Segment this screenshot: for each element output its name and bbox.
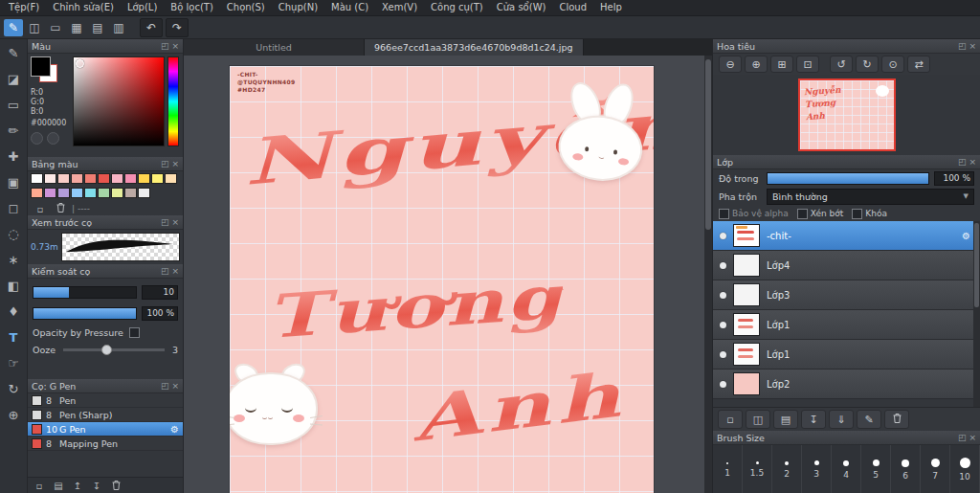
- hue-slider[interactable]: [167, 56, 179, 146]
- palette-swatch-10[interactable]: [165, 173, 177, 184]
- brush-row-0[interactable]: 8Pen: [28, 393, 183, 408]
- palette-swatch-7[interactable]: [124, 173, 137, 184]
- close-icon[interactable]: ×: [171, 266, 179, 276]
- layer-row-1[interactable]: Lớp4: [713, 251, 980, 280]
- ruler-button[interactable]: ▤: [88, 19, 107, 36]
- swap-colors-button[interactable]: [47, 132, 59, 145]
- add-swatch-button[interactable]: ▫: [32, 202, 49, 215]
- delete-brush-button[interactable]: [107, 480, 124, 493]
- popout-icon[interactable]: ◰: [161, 159, 169, 168]
- layer-opacity-slider[interactable]: [767, 172, 929, 185]
- brush-tool-button[interactable]: ✏: [2, 119, 25, 142]
- brush-up-button[interactable]: ↥: [69, 480, 86, 493]
- brush-row-1[interactable]: 8Pen (Sharp): [28, 408, 183, 422]
- brush-size-value[interactable]: 10: [142, 285, 178, 300]
- layer-visibility-icon[interactable]: [720, 233, 726, 239]
- popout-icon[interactable]: ◰: [161, 217, 169, 227]
- brush-size-option-4[interactable]: 4: [832, 445, 861, 493]
- reset-rotation-button[interactable]: ⊙: [881, 56, 904, 73]
- layer-row-0[interactable]: -chit-⚙: [713, 221, 980, 251]
- marquee-tool-button[interactable]: ◻: [2, 196, 25, 219]
- ooze-slider-handle[interactable]: [101, 345, 112, 355]
- canvas-viewport[interactable]: -CHIT- @TUQUYNHN409 #HD247 Nguyễn Tương …: [184, 56, 712, 493]
- zoom-tool-button[interactable]: ⊕: [2, 403, 25, 426]
- shape-tool-button[interactable]: ▭: [2, 93, 25, 116]
- brush-size-slider[interactable]: [33, 286, 137, 299]
- text-tool-button[interactable]: T: [2, 325, 25, 348]
- menu-item-8[interactable]: Công cụ(T): [424, 0, 490, 15]
- fit-window-button[interactable]: ⊞: [770, 56, 793, 73]
- move-tool-button[interactable]: ✚: [2, 145, 25, 168]
- lasso-tool-button[interactable]: ◌: [2, 222, 25, 245]
- canvas-vertical-scrollbar[interactable]: [704, 56, 712, 493]
- layer-list-scrollbar[interactable]: [973, 221, 980, 407]
- layer-option-0[interactable]: Bảo vệ alpha: [719, 209, 789, 219]
- brush-down-button[interactable]: ↧: [88, 480, 105, 493]
- ooze-slider[interactable]: [63, 348, 165, 351]
- layer-row-2[interactable]: Lớp3: [713, 280, 980, 310]
- palette-swatch-5[interactable]: [98, 173, 110, 184]
- foreground-color-swatch[interactable]: [31, 56, 59, 83]
- brush-size-option-5[interactable]: 5: [861, 445, 891, 493]
- menu-item-11[interactable]: Help: [593, 0, 629, 15]
- color-cursor[interactable]: [76, 59, 84, 68]
- brush-size-option-2[interactable]: 2: [772, 445, 802, 493]
- palette-swatch-17[interactable]: [111, 188, 123, 198]
- hand-tool-button[interactable]: ☞: [2, 351, 25, 374]
- brush-size-option-1[interactable]: 1: [713, 445, 743, 493]
- select-rect-tool-button[interactable]: ▣: [2, 170, 25, 193]
- popout-icon[interactable]: ◰: [161, 266, 169, 276]
- duplicate-layer-button[interactable]: ◫: [746, 410, 770, 429]
- close-icon[interactable]: ×: [171, 41, 179, 51]
- menu-item-2[interactable]: Lớp(L): [121, 0, 164, 15]
- brush-folder-button[interactable]: ▤: [50, 480, 67, 493]
- layer-visibility-icon[interactable]: [720, 381, 726, 388]
- palette-swatch-11[interactable]: [31, 188, 43, 198]
- saturation-value-picker[interactable]: [73, 56, 165, 146]
- palette-swatch-12[interactable]: [44, 188, 56, 198]
- pen-tool-button[interactable]: ✎: [2, 41, 25, 64]
- grid-toggle-button[interactable]: ▦: [67, 19, 86, 36]
- palette-swatch-1[interactable]: [44, 173, 56, 184]
- canvas-tab-0[interactable]: Untitled: [184, 39, 365, 56]
- add-folder-button[interactable]: ▤: [773, 410, 798, 429]
- palette-swatch-4[interactable]: [84, 173, 97, 184]
- palette-swatch-14[interactable]: [71, 188, 83, 198]
- menu-item-1[interactable]: Chỉnh sửa(E): [46, 0, 121, 15]
- popout-icon[interactable]: ◰: [161, 381, 169, 391]
- brush-opacity-value[interactable]: 100 %: [142, 306, 178, 321]
- rotate-view-tool-button[interactable]: ↻: [2, 377, 25, 400]
- layer-opacity-value[interactable]: 100 %: [934, 171, 974, 186]
- menu-item-6[interactable]: Màu (C): [324, 0, 375, 15]
- bucket-tool-button[interactable]: ◧: [2, 274, 25, 297]
- navigator-thumbnail[interactable]: Nguyễn Tương Anh: [798, 78, 896, 151]
- brush-row-3[interactable]: 8Mapping Pen: [28, 437, 183, 451]
- magic-wand-tool-button[interactable]: ∗: [2, 248, 25, 271]
- canvas-tab-1[interactable]: 966ee7ccd1aa3873d6e4670b9d8d1c24.jpg: [365, 39, 584, 56]
- popout-icon[interactable]: ◰: [958, 433, 967, 442]
- scrollbar-thumb[interactable]: [974, 223, 979, 307]
- actual-size-button[interactable]: ⊡: [796, 56, 819, 73]
- layer-settings-icon[interactable]: ⚙: [962, 231, 970, 241]
- layer-row-4[interactable]: Lớp1: [713, 340, 980, 370]
- layer-visibility-icon[interactable]: [720, 322, 726, 328]
- clipboard-button[interactable]: ◫: [25, 19, 44, 36]
- palette-swatch-19[interactable]: [138, 188, 150, 198]
- palette-swatch-3[interactable]: [71, 173, 83, 184]
- redo-button[interactable]: ↷: [166, 18, 189, 37]
- delete-layer-button[interactable]: [884, 410, 909, 429]
- transfer-down-button[interactable]: ↧: [801, 410, 826, 429]
- selection-button[interactable]: ▭: [46, 19, 65, 36]
- palette-swatch-8[interactable]: [138, 173, 150, 184]
- rename-layer-button[interactable]: ✎: [857, 410, 881, 429]
- menu-item-3[interactable]: Bộ lọc(T): [164, 0, 219, 15]
- layer-visibility-icon[interactable]: [720, 262, 726, 269]
- add-brush-button[interactable]: ▫: [31, 480, 48, 493]
- brush-size-option-1.5[interactable]: 1.5: [743, 445, 772, 493]
- brush-size-option-10[interactable]: 10: [950, 445, 980, 493]
- blend-mode-select[interactable]: Bình thường ▼: [767, 189, 974, 205]
- paint-tool-button[interactable]: ✎: [4, 19, 23, 36]
- zoom-out-button[interactable]: ⊖: [719, 56, 742, 73]
- popout-icon[interactable]: ◰: [161, 41, 169, 51]
- material-panel-button[interactable]: ▥: [109, 19, 128, 36]
